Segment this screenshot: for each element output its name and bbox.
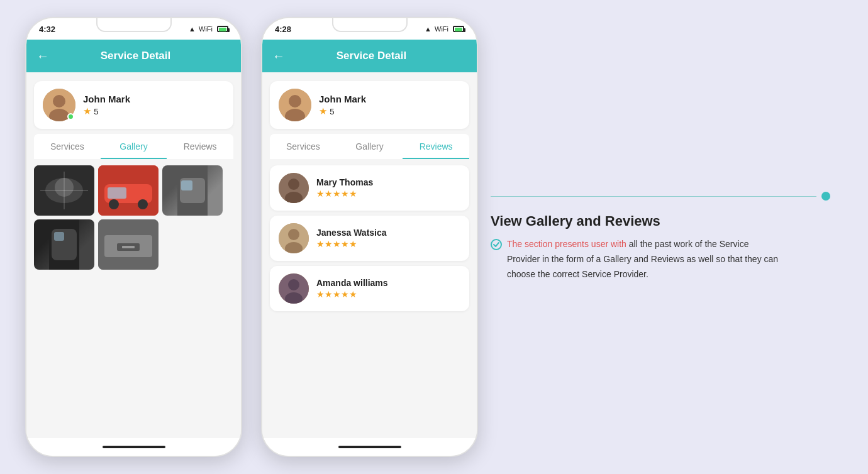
- svg-point-1: [53, 95, 65, 107]
- phone-1-tabs: Services Gallery Reviews: [34, 134, 233, 159]
- phone-2-tabs: Services Gallery Reviews: [270, 134, 469, 159]
- phone-1-content: John Mark ★ 5 Services Gallery Reviews: [26, 72, 241, 438]
- phone-2-avatar-wrap: [279, 89, 311, 121]
- check-circle-icon: [491, 239, 502, 250]
- annotation-title: View Gallery and Reviews: [491, 213, 660, 229]
- phone-2-profile-card: John Mark ★ 5: [270, 81, 469, 129]
- phone-1-header: ← Service Detail: [26, 40, 241, 72]
- signal-icon: ▲: [189, 25, 196, 33]
- annotation-body: The section presents user with all the p…: [491, 237, 780, 282]
- review-avatar-1: [279, 173, 309, 203]
- tab-services-2[interactable]: Services: [270, 134, 337, 159]
- home-bar-line: [103, 446, 165, 448]
- gallery-img-svg-3: [162, 165, 223, 216]
- gallery-item-5[interactable]: [98, 219, 159, 270]
- phones-area: 4:32 ▲ WiFi ← Service Detail: [0, 0, 503, 474]
- review-info-1: Mary Thomas ★★★★★: [316, 177, 373, 199]
- gallery-img-svg-5: [98, 219, 159, 270]
- phone-2-time: 4:28: [275, 25, 291, 34]
- online-indicator: [67, 113, 74, 120]
- tab-services-1[interactable]: Services: [34, 134, 101, 159]
- phone-2-provider-name: John Mark: [319, 94, 366, 104]
- gallery-item-4[interactable]: [34, 219, 94, 270]
- phone-1-avatar-wrap: [43, 89, 75, 121]
- avatar-svg-2: [279, 89, 311, 121]
- tab-reviews-1[interactable]: Reviews: [167, 134, 233, 159]
- reviewer-stars-1: ★★★★★: [316, 189, 373, 199]
- phone-2-avatar: [279, 89, 311, 121]
- wifi-icon-2: WiFi: [435, 25, 448, 33]
- phone-1-header-title: Service Detail: [55, 50, 216, 62]
- gallery-img-svg-1: [34, 165, 94, 216]
- right-section: View Gallery and Reviews The section pre…: [453, 0, 868, 474]
- reviewer-name-3: Amanda williams: [316, 278, 388, 288]
- review-info-2: Janessa Watsica ★★★★★: [316, 228, 387, 249]
- svg-point-30: [288, 229, 299, 240]
- svg-point-27: [288, 179, 299, 190]
- svg-rect-15: [181, 180, 192, 190]
- phone-1-profile-card: John Mark ★ 5: [34, 81, 233, 129]
- connector-dot: [821, 192, 830, 201]
- signal-icon-2: ▲: [425, 25, 431, 33]
- reviews-list: Mary Thomas ★★★★★ Janessa Watsica: [262, 159, 477, 317]
- review-info-3: Amanda williams ★★★★★: [316, 278, 388, 299]
- star-icon: ★: [83, 106, 91, 116]
- review-card-2[interactable]: Janessa Watsica ★★★★★: [270, 216, 469, 261]
- phone-2-notch: 4:28 ▲ WiFi: [262, 18, 477, 40]
- phone-2-header: ← Service Detail: [262, 40, 477, 72]
- reviewer-stars-2: ★★★★★: [316, 239, 387, 249]
- battery-icon: [217, 26, 228, 32]
- phone-1-status-icons: ▲ WiFi: [189, 25, 228, 33]
- connector-line: [491, 196, 816, 197]
- review-avatar-2: [279, 223, 309, 253]
- check-icon: [491, 238, 502, 282]
- phone-2-rating-count: 5: [330, 107, 334, 116]
- review-card-3[interactable]: Amanda williams ★★★★★: [270, 266, 469, 311]
- notch-bump-2: [332, 18, 408, 32]
- annotation-text: The section presents user with all the p…: [507, 237, 780, 282]
- phone-2-home-bar: [262, 438, 477, 456]
- star-icon-2: ★: [319, 106, 327, 116]
- phone-2-rating-stars: ★ 5: [319, 106, 366, 117]
- home-bar-line-2: [338, 446, 401, 448]
- phone-2-content: John Mark ★ 5 Services Gallery Reviews: [262, 72, 477, 438]
- svg-point-12: [138, 199, 148, 209]
- tab-gallery-1[interactable]: Gallery: [101, 134, 167, 159]
- svg-rect-10: [108, 187, 126, 199]
- phone-2-back-button[interactable]: ←: [272, 49, 285, 63]
- review-avatar-svg-2: [279, 223, 309, 253]
- gallery-grid: [26, 159, 241, 276]
- svg-rect-18: [54, 232, 64, 241]
- notch-bump: [96, 18, 172, 32]
- gallery-item-3[interactable]: [162, 165, 223, 216]
- gallery-img-svg-4: [34, 219, 94, 270]
- phone-2-profile-info: John Mark ★ 5: [319, 94, 366, 117]
- gallery-item-1[interactable]: [34, 165, 94, 216]
- review-avatar-svg-3: [279, 273, 309, 304]
- tab-gallery-2[interactable]: Gallery: [337, 134, 403, 159]
- phone-1-notch: 4:32 ▲ WiFi: [26, 18, 241, 40]
- review-card-1[interactable]: Mary Thomas ★★★★★: [270, 165, 469, 211]
- svg-point-11: [109, 199, 119, 209]
- phone-1-home-bar: [26, 438, 241, 456]
- svg-rect-22: [122, 246, 135, 248]
- phone-1-rating-stars: ★ 5: [83, 106, 130, 117]
- phone-1-time: 4:32: [39, 25, 55, 34]
- phone-1-back-button[interactable]: ←: [36, 49, 49, 63]
- phone-1-provider-name: John Mark: [83, 94, 130, 104]
- phone-1-profile-info: John Mark ★ 5: [83, 94, 130, 117]
- wifi-icon: WiFi: [199, 25, 213, 33]
- review-avatar-svg-1: [279, 173, 309, 203]
- reviewer-name-1: Mary Thomas: [316, 177, 373, 187]
- gallery-img-svg-2: [98, 165, 159, 216]
- reviewer-stars-3: ★★★★★: [316, 289, 388, 299]
- gallery-item-2[interactable]: [98, 165, 159, 216]
- phone-1: 4:32 ▲ WiFi ← Service Detail: [25, 17, 242, 457]
- svg-point-24: [289, 95, 301, 107]
- review-avatar-3: [279, 273, 309, 304]
- svg-point-35: [491, 240, 501, 250]
- phone-1-rating-count: 5: [94, 107, 98, 116]
- reviewer-name-2: Janessa Watsica: [316, 228, 387, 238]
- phone-2-header-title: Service Detail: [291, 50, 452, 62]
- annotation-connector: [491, 192, 830, 201]
